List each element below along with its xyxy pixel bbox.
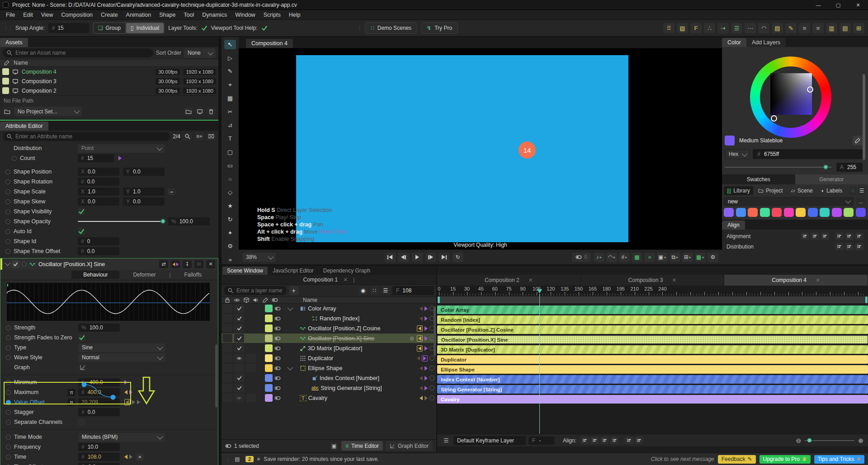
- layer-color-swatch[interactable]: [265, 305, 273, 312]
- pi-badge[interactable]: π: [67, 389, 75, 396]
- swatch-list-view-icon[interactable]: ☰: [858, 187, 865, 195]
- layer-row[interactable]: Oscillator [Position.X] Sine⊘: [222, 333, 436, 343]
- layer-keyframe-markers[interactable]: [420, 316, 428, 321]
- layer-color-swatch[interactable]: [265, 374, 273, 382]
- keyboard-icon[interactable]: ▤: [772, 23, 783, 33]
- graph-curve-button[interactable]: [78, 363, 87, 371]
- layer-name[interactable]: 3D Matrix [Duplicator]: [308, 345, 414, 352]
- timeline-ruler[interactable]: 0153045607590105120135150165180195210225…: [437, 286, 868, 296]
- frame-toggle[interactable]: 0: [572, 253, 591, 262]
- oscillator-header[interactable]: Oscillator [Position.X] Sine ⇄ ↧ ∷ ✕: [0, 258, 218, 270]
- marker[interactable]: [124, 380, 127, 385]
- oscillator-graph[interactable]: [0, 280, 218, 323]
- keyframe-radio[interactable]: [5, 239, 10, 244]
- align-option-button[interactable]: [811, 232, 819, 240]
- keyframe-radio[interactable]: [6, 390, 11, 395]
- tab-dependency-graph[interactable]: Dependency Graph: [319, 267, 375, 275]
- speaker-icon[interactable]: [253, 297, 259, 303]
- layer-color-swatch[interactable]: [265, 394, 273, 402]
- oscillator-tab-falloffs[interactable]: Falloffs: [173, 271, 213, 279]
- project-tab[interactable]: Project: [755, 186, 786, 195]
- keyframe-radio[interactable]: [6, 420, 11, 425]
- close-oscillator-icon[interactable]: ✕: [206, 260, 215, 268]
- grid-dots-icon[interactable]: ⠿: [663, 23, 675, 33]
- spark-tool[interactable]: ✦: [224, 228, 236, 238]
- palette-swatch[interactable]: [784, 208, 794, 217]
- keyframe-radio[interactable]: [6, 325, 11, 330]
- asset-row[interactable]: Composition 330.00fps1920 x 1080: [0, 76, 218, 86]
- graph-editor-button[interactable]: Graph Editor: [386, 441, 433, 451]
- oscillator-radio[interactable]: [22, 262, 27, 267]
- layer-checkbox[interactable]: [234, 304, 244, 313]
- scene-timeline-divider[interactable]: [436, 266, 437, 452]
- select-tool[interactable]: ↖: [224, 40, 236, 49]
- loop-button[interactable]: ↻: [453, 253, 463, 262]
- viewport-canvas[interactable]: 14 Hold S Direct Layer SelectionSpace Pl…: [239, 48, 722, 249]
- grid-icon[interactable]: ⊞: [853, 23, 864, 33]
- star-tool[interactable]: ★: [224, 201, 236, 211]
- guides-icon[interactable]: ▦: [632, 253, 642, 262]
- open-folder-icon[interactable]: [184, 108, 193, 116]
- dropdown[interactable]: Point: [78, 144, 165, 153]
- viewport-zoom-dropdown[interactable]: 38%: [242, 253, 276, 262]
- expand-chevron-icon[interactable]: [287, 305, 293, 311]
- marker[interactable]: [129, 455, 132, 459]
- timeline-bar[interactable]: Color Array: [437, 305, 868, 314]
- palette-swatch[interactable]: [736, 208, 746, 217]
- link-xy-icon[interactable]: ∞: [168, 189, 175, 195]
- viewport-tool-help-check-icon[interactable]: [261, 25, 268, 31]
- align-option-button[interactable]: [625, 437, 633, 444]
- project-set-dropdown[interactable]: No Project Set...: [14, 107, 82, 116]
- timeline-tab-composition-3[interactable]: Composition 3✕: [581, 275, 725, 286]
- layer-row[interactable]: 3D Matrix [Duplicator]: [222, 343, 436, 353]
- polygon-tool[interactable]: ◇: [224, 188, 236, 197]
- layer-checkbox[interactable]: [234, 344, 244, 352]
- columns-icon[interactable]: ▥: [826, 23, 837, 33]
- timeline-bar[interactable]: Index Context [Number]: [437, 375, 868, 384]
- color-panel-scrollbar[interactable]: [863, 74, 865, 160]
- text-tool[interactable]: T: [224, 134, 236, 143]
- next-frame-button[interactable]: [425, 253, 436, 262]
- layer-name[interactable]: Oscillator [Position.Z] Cosine: [308, 325, 414, 332]
- keyframe-radio[interactable]: [5, 179, 10, 184]
- keyframe-layer-dropdown[interactable]: Default Keyframe Layer: [453, 436, 526, 445]
- value-field[interactable]: #10.0: [78, 443, 120, 451]
- layer-name[interactable]: Duplicator: [308, 355, 414, 362]
- horizontal-divider[interactable]: [222, 264, 868, 266]
- time-editor-button[interactable]: ≡Time Editor: [341, 441, 383, 451]
- toolbar-grip-2[interactable]: ⋮: [357, 25, 361, 31]
- layer-checkbox[interactable]: [234, 334, 244, 343]
- extra-cell[interactable]: [246, 394, 256, 402]
- oscillator-enabled-checkbox[interactable]: [12, 261, 19, 268]
- scene-tab[interactable]: ▱Scene: [788, 186, 816, 195]
- onion-skin-icon[interactable]: ◠▸: [606, 253, 617, 262]
- oscillator-tab-behaviour[interactable]: Behaviour: [71, 271, 119, 279]
- palette-more-button[interactable]: ...: [856, 197, 865, 206]
- asset-name[interactable]: Composition 4: [22, 69, 152, 75]
- alpha-slider[interactable]: [725, 167, 832, 168]
- layer-keyframe-markers[interactable]: [420, 386, 428, 390]
- viewport-composition-tab[interactable]: Composition 4: [246, 39, 293, 48]
- checker-icon[interactable]: ▩▸: [695, 253, 706, 262]
- timeline-bar[interactable]: Oscillator [Position.Z] Cosine: [437, 325, 868, 334]
- library-tab[interactable]: |||Library: [724, 186, 753, 195]
- palette-swatch[interactable]: [832, 208, 842, 217]
- menu-composition[interactable]: Composition: [57, 10, 97, 20]
- timeline-bar[interactable]: String Generator [String]: [437, 385, 868, 394]
- keyframe-radio[interactable]: [6, 380, 11, 385]
- scatter-icon[interactable]: ∴: [704, 23, 715, 33]
- keyframe-radio[interactable]: [6, 335, 11, 340]
- message-list-icon[interactable]: ▤: [233, 455, 242, 463]
- align-option-button[interactable]: [855, 243, 863, 250]
- solo-filter-icon[interactable]: ◉: [359, 287, 368, 295]
- timeline-bar[interactable]: Ellipse Shape: [437, 365, 868, 374]
- solo-dots-icon[interactable]: ∷: [194, 260, 203, 268]
- duplicator-count-badge[interactable]: 14: [519, 141, 536, 159]
- timeline-tab-composition-4[interactable]: Composition 4✕: [724, 275, 868, 286]
- menu-file[interactable]: File: [2, 10, 19, 20]
- range-start-handle[interactable]: [438, 296, 440, 303]
- layer-visibility-toggle[interactable]: [274, 365, 281, 371]
- value-field[interactable]: %100.0: [78, 324, 120, 332]
- frame-field[interactable]: F-: [528, 437, 555, 445]
- asset-color-swatch[interactable]: [2, 78, 9, 85]
